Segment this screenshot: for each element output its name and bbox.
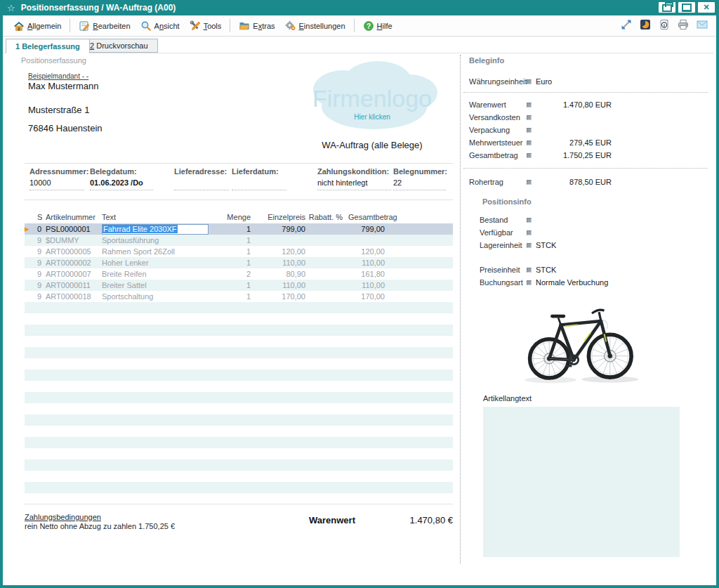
info-row-rohertrag: Rohertrag 878,50 EUR xyxy=(469,177,708,187)
menu-separator xyxy=(230,19,230,32)
mail-icon[interactable] xyxy=(697,19,708,30)
window-border-right xyxy=(716,0,719,588)
square-bullet-icon xyxy=(527,180,532,185)
table-row[interactable]: 9$DUMMYSportausführung1 xyxy=(25,235,453,246)
tools-icon xyxy=(190,20,201,32)
section-label: Positionserfassung xyxy=(21,56,86,65)
artikellangtext-field[interactable] xyxy=(483,407,680,557)
table-row[interactable]: 9ART0000007Breite Reifen280,90161,80 xyxy=(25,268,453,280)
square-bullet-icon xyxy=(527,280,532,285)
artikellangtext-label: Artikellangtext xyxy=(483,394,532,403)
divider xyxy=(25,163,453,164)
square-bullet-icon xyxy=(527,153,532,158)
info-row-versandkosten: Versandkosten xyxy=(469,112,708,122)
cloud-logo-icon: Firmenlogo Hier klicken xyxy=(301,56,441,137)
square-bullet-icon xyxy=(527,128,532,133)
company-logo-placeholder[interactable]: Firmenlogo Hier klicken xyxy=(301,56,441,138)
maximize-button[interactable] xyxy=(678,2,695,13)
window-title: Positionserfassung / WA-Auftrag (A00) xyxy=(21,3,176,13)
title-bar: ☆ Positionserfassung / WA-Auftrag (A00) … xyxy=(0,0,719,15)
svg-text:?: ? xyxy=(367,22,371,30)
tab-strip: 1 Belegerfassung 2 Druckvorschau xyxy=(3,39,713,53)
tab-druckvorschau[interactable]: 2 Druckvorschau xyxy=(80,39,158,53)
info-row-waehrungseinheit: Währungseinheit Euro xyxy=(469,77,708,86)
square-bullet-icon xyxy=(527,268,532,273)
menu-extras[interactable]: Extras xyxy=(234,18,279,34)
menu-allgemein[interactable]: Allgemein xyxy=(8,18,66,34)
table-row[interactable]: 9ART0000011Breiter Sattel1110,00110,00 xyxy=(25,280,453,291)
home-icon xyxy=(13,20,25,32)
divider xyxy=(25,504,453,504)
close-icon: ✕ xyxy=(703,4,709,11)
square-bullet-icon xyxy=(527,218,532,223)
divider xyxy=(25,200,453,200)
maximize-icon xyxy=(682,4,692,12)
menu-hilfe[interactable]: ? Hilfe xyxy=(358,18,397,34)
mountain-bike-image xyxy=(518,298,641,393)
folder-icon xyxy=(239,20,250,32)
text-edit-field[interactable]: Fahrrad Elite 2030XF xyxy=(102,224,209,235)
edit-icon xyxy=(79,20,90,32)
dotted-divider xyxy=(463,167,708,169)
menu-einstellungen[interactable]: Einstellungen xyxy=(280,18,350,34)
positionsinfo-heading: Positionsinfo xyxy=(482,197,532,206)
restore-button[interactable] xyxy=(659,2,675,13)
gear-icon xyxy=(285,20,296,32)
dotted-divider xyxy=(463,91,708,93)
svg-text:Firmenlogo: Firmenlogo xyxy=(312,85,432,112)
svg-text:Hier klicken: Hier klicken xyxy=(354,113,390,121)
svg-text:i: i xyxy=(664,22,665,27)
product-image[interactable] xyxy=(518,298,641,395)
warenwert-value: 1.470,80 € xyxy=(365,515,453,525)
table-row[interactable]: 9ART0000002Hoher Lenker1110,00110,00 xyxy=(25,257,453,268)
panel-divider xyxy=(460,55,461,563)
window-border-left xyxy=(0,0,3,588)
table-row-selected[interactable]: ▶ 0 PSL0000001 Fahrrad Elite 2030XF 1 79… xyxy=(25,223,453,235)
table-row[interactable]: 9ART0000018Sportschaltung1170,00170,00 xyxy=(25,291,453,302)
close-button[interactable]: ✕ xyxy=(698,2,715,13)
app-window: { "window": { "title": "Positionserfassu… xyxy=(0,0,719,588)
info-row-buchungsart: Buchungsart Normale Verbuchung xyxy=(480,277,708,287)
info-row-gesamtbetrag: Gesamtbetrag 1.750,25 EUR xyxy=(469,150,708,160)
magnifier-icon xyxy=(140,20,152,32)
report-info-icon[interactable]: i xyxy=(659,19,670,30)
table-header: S Artikelnummer Text Menge Einzelpreis R… xyxy=(25,211,453,223)
menu-label: Einstellungen xyxy=(299,22,345,30)
info-row-verfuegbar: Verfügbar xyxy=(480,228,708,237)
menu-bar: Allgemein Bearbeiten Ansicht Tools Extra… xyxy=(3,15,716,37)
menu-label: Extras xyxy=(253,22,275,30)
field-belegdatum[interactable]: Belegdatum: 01.06.2023 /Do xyxy=(90,167,174,190)
print-icon[interactable] xyxy=(678,19,689,30)
square-bullet-icon xyxy=(527,230,532,235)
address-city[interactable]: 76846 Hauenstein xyxy=(28,123,103,133)
square-bullet-icon xyxy=(527,103,532,107)
expand-icon[interactable] xyxy=(621,19,632,30)
info-row-verpackung: Verpackung xyxy=(469,125,708,135)
address-street[interactable]: Musterstraße 1 xyxy=(28,105,89,115)
chart-icon[interactable] xyxy=(640,19,651,30)
info-row-lagereinheit: Lagereinheit STCK xyxy=(480,240,708,250)
table-row[interactable]: 9ART0000005Rahmen Sport 26Zoll1120,00120… xyxy=(25,246,453,257)
menu-label: Ansicht xyxy=(154,22,180,30)
star-icon[interactable]: ☆ xyxy=(7,3,15,13)
menu-separator xyxy=(354,19,355,32)
field-zahlungskondition[interactable]: Zahlungskondition: nicht hinterlegt xyxy=(317,167,402,190)
tab-belegerfassung[interactable]: 1 Belegerfassung xyxy=(6,39,90,53)
row-marker-icon: ▶ xyxy=(25,223,34,235)
menu-label: Hilfe xyxy=(377,22,393,30)
menu-tools[interactable]: Tools xyxy=(185,18,227,34)
toolbar-right: i xyxy=(621,19,708,30)
menu-ansicht[interactable]: Ansicht xyxy=(136,18,185,34)
mandant-link[interactable]: Beispielmandant - - xyxy=(28,72,88,80)
field-lieferdatum[interactable]: Lieferdatum: xyxy=(232,167,316,190)
square-bullet-icon xyxy=(527,243,532,248)
help-icon: ? xyxy=(363,20,374,32)
window-border-bottom xyxy=(0,585,719,588)
document-type: WA-Auftrag (alle Belege) xyxy=(295,140,449,150)
empty-table-rows[interactable] xyxy=(25,302,453,493)
menu-bearbeiten[interactable]: Bearbeiten xyxy=(74,18,135,34)
zahlungsbedingungen-label[interactable]: Zahlungsbedingungen xyxy=(25,513,101,521)
menu-separator xyxy=(70,19,70,32)
address-name[interactable]: Max Mustermann xyxy=(28,81,98,91)
field-belegnummer[interactable]: Belegnummer: 22 xyxy=(393,167,477,190)
